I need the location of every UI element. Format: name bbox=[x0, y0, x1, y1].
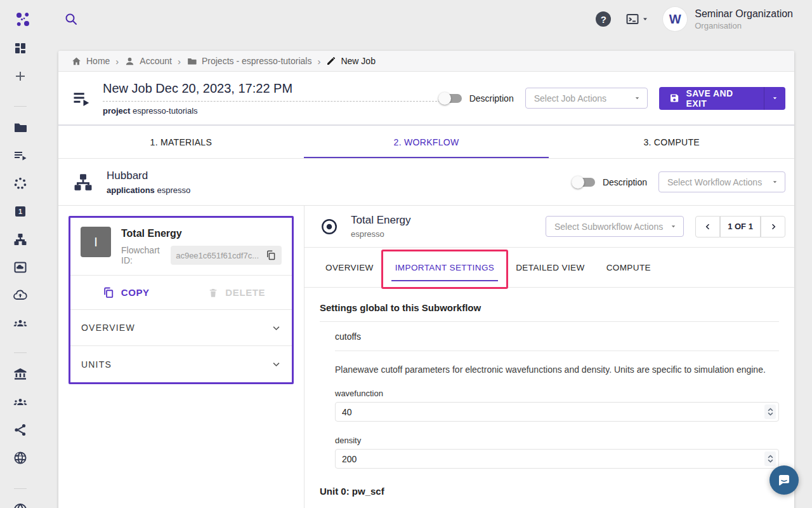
folder-icon[interactable] bbox=[13, 120, 28, 135]
org-members-icon[interactable] bbox=[13, 394, 28, 410]
breadcrumb-separator: › bbox=[178, 56, 181, 67]
materials-dots-icon[interactable] bbox=[13, 176, 28, 191]
stepper-down-icon bbox=[768, 412, 773, 416]
tab-detailed-view[interactable]: DETAILED VIEW bbox=[505, 248, 595, 287]
account-menu[interactable]: W Seminar Organization Organisation bbox=[663, 7, 793, 31]
chevron-down-icon bbox=[272, 359, 281, 369]
jobs-list-icon[interactable] bbox=[13, 148, 28, 163]
workflow-tree-icon bbox=[72, 171, 94, 193]
pencil-icon bbox=[326, 56, 336, 66]
job-subtitle: project espresso-tutorials bbox=[103, 106, 440, 116]
tab-workflow[interactable]: 2. WORKFLOW bbox=[304, 126, 549, 158]
bank-icon[interactable] bbox=[13, 366, 28, 382]
save-options-caret-button[interactable] bbox=[764, 87, 786, 110]
delete-unit-label: DELETE bbox=[225, 287, 265, 298]
tab-important-settings[interactable]: IMPORTANT SETTINGS bbox=[384, 248, 505, 287]
workflow-header: Hubbard applications espresso Descriptio… bbox=[58, 159, 794, 206]
flowchart-id-value: ac9ee1c651f61cdf7c... bbox=[176, 251, 259, 260]
app-logo-icon[interactable] bbox=[13, 9, 33, 29]
unit-overview-accordion[interactable]: OVERVIEW bbox=[70, 310, 292, 346]
share-icon[interactable] bbox=[13, 422, 28, 438]
console-menu-button[interactable] bbox=[625, 11, 649, 27]
tab-compute-settings[interactable]: COMPUTE bbox=[596, 248, 662, 287]
caret-down-icon bbox=[670, 223, 677, 230]
copy-icon bbox=[102, 286, 115, 299]
wavefunction-input[interactable] bbox=[335, 402, 779, 422]
description-toggle[interactable] bbox=[440, 94, 462, 103]
breadcrumb: Home › Account › Projects - espresso-tut… bbox=[58, 51, 794, 72]
density-input[interactable] bbox=[335, 449, 779, 469]
help-icon[interactable]: ? bbox=[596, 11, 611, 27]
avatar[interactable]: W bbox=[663, 7, 687, 31]
wavefunction-label: wavefunction bbox=[335, 389, 779, 398]
unit-units-accordion[interactable]: UNITS bbox=[70, 346, 292, 382]
save-and-exit-split-button: SAVE AND EXIT bbox=[659, 87, 785, 110]
unit-units-label: UNITS bbox=[81, 359, 112, 370]
pager-next-button[interactable] bbox=[761, 216, 785, 237]
subworkflow-actions-select-label: Select Subworkflow Actions bbox=[554, 222, 663, 232]
subworkflow-actions-select[interactable]: Select Subworkflow Actions bbox=[546, 216, 684, 237]
copy-unit-button[interactable]: COPY bbox=[70, 276, 181, 309]
sidebar-divider bbox=[14, 488, 27, 489]
delete-unit-button[interactable]: DELETE bbox=[181, 276, 292, 309]
globe-icon[interactable] bbox=[13, 502, 28, 508]
copy-id-icon[interactable] bbox=[265, 250, 277, 261]
job-header: New Job Dec 20, 2023, 17:22 PM project e… bbox=[58, 72, 794, 126]
save-icon bbox=[669, 93, 679, 104]
save-and-exit-label: SAVE AND EXIT bbox=[686, 88, 754, 109]
chevron-right-icon bbox=[769, 222, 778, 231]
person-icon bbox=[124, 56, 135, 67]
caret-down-icon bbox=[771, 178, 778, 185]
breadcrumb-new-job[interactable]: New Job bbox=[326, 56, 375, 66]
save-and-exit-button[interactable]: SAVE AND EXIT bbox=[659, 87, 763, 110]
dashboard-icon[interactable] bbox=[13, 41, 28, 56]
job-step-tabs: 1. MATERIALS 2. WORKFLOW 3. COMPUTE bbox=[58, 126, 794, 159]
chevron-down-icon bbox=[641, 15, 649, 23]
breadcrumb-label: Account bbox=[140, 56, 172, 66]
create-new-icon[interactable] bbox=[13, 69, 28, 84]
search-icon[interactable] bbox=[63, 11, 79, 27]
pager-prev-button[interactable] bbox=[695, 216, 720, 237]
top-bar: ? W Seminar Organization Organisation bbox=[0, 0, 812, 38]
media-import-icon[interactable] bbox=[13, 260, 28, 275]
breadcrumb-project[interactable]: Projects - espresso-tutorials bbox=[187, 56, 312, 67]
tab-compute[interactable]: 3. COMPUTE bbox=[549, 126, 794, 158]
flowchart-id-label: Flowchart ID: bbox=[121, 245, 166, 265]
flowchart-id-chip: ac9ee1c651f61cdf7c... bbox=[171, 246, 282, 265]
unit-title: Total Energy bbox=[121, 228, 282, 239]
important-settings-content: Settings global to this Subworkflow cuto… bbox=[304, 288, 794, 508]
cutoffs-label: cutoffs bbox=[335, 322, 779, 351]
breadcrumb-label: New Job bbox=[341, 56, 375, 66]
job-title[interactable]: New Job Dec 20, 2023, 17:22 PM bbox=[103, 81, 440, 102]
cutoffs-description: Planewave cutoff parameters for electron… bbox=[335, 351, 779, 375]
caret-down-icon bbox=[771, 95, 778, 102]
density-stepper[interactable] bbox=[764, 451, 776, 466]
web-icon[interactable] bbox=[13, 450, 28, 465]
job-actions-select[interactable]: Select Job Actions bbox=[525, 88, 648, 109]
subworkflow-tabs: OVERVIEW IMPORTANT SETTINGS DETAILED VIE… bbox=[304, 248, 794, 288]
wavefunction-stepper[interactable] bbox=[764, 404, 776, 419]
workflow-actions-select[interactable]: Select Workflow Actions bbox=[658, 171, 785, 192]
unit-badge: I bbox=[81, 227, 111, 257]
subworkflow-panel: Total Energy espresso Select Subworkflow… bbox=[304, 206, 794, 508]
stepper-up-icon bbox=[768, 455, 773, 458]
caret-down-icon bbox=[634, 95, 641, 102]
chat-launcher-button[interactable] bbox=[769, 465, 799, 495]
breadcrumb-account[interactable]: Account bbox=[124, 56, 172, 67]
density-label: density bbox=[335, 436, 779, 445]
unit-card-total-energy[interactable]: I Total Energy Flowchart ID: ac9ee1c651f… bbox=[69, 216, 294, 384]
job-actions-select-label: Select Job Actions bbox=[534, 93, 606, 104]
pager-label: 1 OF 1 bbox=[720, 216, 761, 237]
tab-overview[interactable]: OVERVIEW bbox=[315, 248, 384, 287]
team-icon[interactable] bbox=[13, 316, 28, 331]
breadcrumb-home[interactable]: Home bbox=[71, 56, 110, 67]
cloud-upload-icon[interactable] bbox=[13, 288, 28, 303]
workflow-subtitle-value: espresso bbox=[157, 185, 190, 195]
tab-materials[interactable]: 1. MATERIALS bbox=[58, 126, 304, 158]
tab-important-settings-label: IMPORTANT SETTINGS bbox=[395, 263, 494, 272]
workflow-subtitle-label: applications bbox=[107, 185, 155, 195]
workflow-description-toggle[interactable] bbox=[573, 178, 595, 187]
property-one-icon[interactable]: 1 bbox=[13, 204, 28, 219]
breadcrumb-label: Projects - espresso-tutorials bbox=[202, 56, 312, 66]
workflows-tree-icon[interactable] bbox=[13, 232, 28, 247]
